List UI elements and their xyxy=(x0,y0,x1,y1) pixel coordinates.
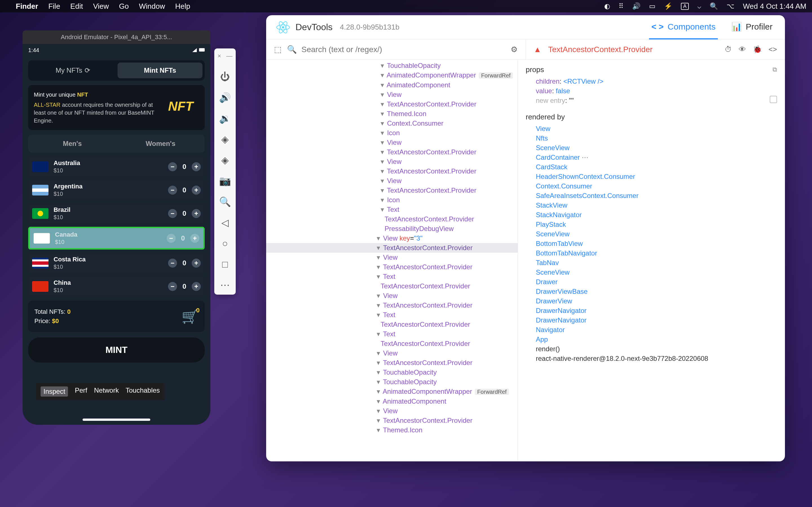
tab-womens[interactable]: Women's xyxy=(116,135,205,153)
rotate-left-icon[interactable]: ◈ xyxy=(219,133,231,145)
mint-button[interactable]: MINT xyxy=(28,337,205,362)
decrement-button[interactable]: − xyxy=(168,259,177,268)
inspector-tab-touchables[interactable]: Touchables xyxy=(125,386,160,397)
rendered-by-item[interactable]: BottomTabView xyxy=(526,239,777,248)
rendered-by-item[interactable]: StackView xyxy=(526,201,777,210)
bottom-tab-icon[interactable] xyxy=(39,400,55,416)
rendered-by-item[interactable]: Navigator xyxy=(526,325,777,335)
minimize-icon[interactable]: — xyxy=(226,52,232,60)
tree-node[interactable]: ▾ Themed.Icon xyxy=(266,109,518,119)
tree-node[interactable]: ▾ View xyxy=(266,138,518,147)
rendered-by-item[interactable]: CardContainer ⋯ xyxy=(526,153,777,162)
bottom-tab-icon[interactable] xyxy=(108,400,124,416)
tree-node[interactable]: ▾ View key="3" xyxy=(266,233,518,243)
copy-icon[interactable]: ⧉ xyxy=(772,65,777,74)
tree-node[interactable]: ▾ TextAncestorContext.Provider xyxy=(266,358,518,368)
tree-node[interactable]: ▾ TextAncestorContext.Provider xyxy=(266,243,518,252)
inspector-tab-perf[interactable]: Perf xyxy=(75,386,87,397)
bug-icon[interactable]: 🐞 xyxy=(753,45,762,54)
decrement-button[interactable]: − xyxy=(168,282,177,291)
power-icon[interactable]: ⏻ xyxy=(219,71,231,82)
rendered-by-item[interactable]: Nfts xyxy=(526,133,777,143)
rendered-by-item[interactable]: TabNav xyxy=(526,258,777,268)
tree-node[interactable]: ▾ Icon xyxy=(266,195,518,205)
rotate-right-icon[interactable]: ◈ xyxy=(219,154,231,166)
rendered-by-item[interactable]: Context.Consumer xyxy=(526,181,777,191)
battery-icon[interactable]: ⚡ xyxy=(664,2,672,10)
tree-node[interactable]: ▾ Icon xyxy=(266,128,518,138)
tree-node[interactable]: ▾ TouchableOpacity xyxy=(266,377,518,387)
tree-node[interactable]: ▾ AnimatedComponentWrapperForwardRef xyxy=(266,70,518,80)
country-row[interactable]: Canada$10 −0+ xyxy=(28,227,205,249)
tree-node[interactable]: ▾ Text xyxy=(266,205,518,214)
menu-edit[interactable]: Edit xyxy=(70,2,83,11)
tree-node[interactable]: ▾ Text xyxy=(266,329,518,339)
tree-node[interactable]: ▾ TextAncestorContext.Provider xyxy=(266,300,518,310)
eye-icon[interactable]: 👁 xyxy=(739,45,746,54)
rendered-by-item[interactable]: SafeAreaInsetsContext.Consumer xyxy=(526,191,777,201)
display-icon[interactable]: ▭ xyxy=(649,2,656,10)
settings-icon[interactable]: ⚙ xyxy=(511,45,518,54)
rendered-by-item[interactable]: App xyxy=(526,335,777,344)
tree-node[interactable]: TextAncestorContext.Provider xyxy=(266,281,518,291)
rendered-by-item[interactable]: PlayStack xyxy=(526,220,777,229)
bottom-tab-icon[interactable] xyxy=(143,400,160,416)
menubar-app[interactable]: Finder xyxy=(16,2,38,11)
country-row[interactable]: Argentina$10 −0+ xyxy=(28,180,205,200)
wifi-icon[interactable]: ⌵ xyxy=(697,2,701,10)
tab-my-nfts[interactable]: My NFTs⟳ xyxy=(31,62,115,78)
increment-button[interactable]: + xyxy=(192,162,201,171)
camera-icon[interactable]: 📷 xyxy=(219,175,231,186)
tree-node[interactable]: ▾ Themed.Icon xyxy=(266,425,518,435)
increment-button[interactable]: + xyxy=(192,209,201,218)
increment-button[interactable]: + xyxy=(192,282,201,291)
decrement-button[interactable]: − xyxy=(168,209,177,218)
rendered-by-item[interactable]: Drawer xyxy=(526,277,777,287)
tree-node[interactable]: ▾ TextAncestorContext.Provider xyxy=(266,186,518,195)
more-icon[interactable]: ⋯ xyxy=(219,279,231,291)
stopwatch-icon[interactable]: ⏱ xyxy=(725,45,732,54)
tree-node[interactable]: PressabilityDebugView xyxy=(266,224,518,233)
increment-button[interactable]: + xyxy=(190,234,199,243)
rendered-by-item[interactable]: DrawerViewBase xyxy=(526,287,777,296)
tree-node[interactable]: ▾ View xyxy=(266,176,518,186)
zoom-icon[interactable]: 🔍 xyxy=(219,196,231,207)
tree-node[interactable]: ▾ TextAncestorContext.Provider xyxy=(266,100,518,109)
volume-down-icon[interactable]: 🔉 xyxy=(219,113,231,124)
increment-button[interactable]: + xyxy=(192,186,201,194)
select-element-icon[interactable]: ⬚ xyxy=(274,45,282,54)
component-tree[interactable]: ▾ TouchableOpacity▾ AnimatedComponentWra… xyxy=(266,60,518,461)
tree-node[interactable]: ▾ View xyxy=(266,291,518,300)
inspector-tab-network[interactable]: Network xyxy=(94,386,119,397)
menu-file[interactable]: File xyxy=(48,2,60,11)
tree-node[interactable]: ▾ Text xyxy=(266,310,518,320)
menu-view[interactable]: View xyxy=(93,2,109,11)
rendered-by-item[interactable]: StackNavigator xyxy=(526,210,777,220)
tree-node[interactable]: ▾ View xyxy=(266,348,518,358)
menu-help[interactable]: Help xyxy=(175,2,190,11)
country-row[interactable]: Costa Rica$10 −0+ xyxy=(28,253,205,273)
tree-node[interactable]: ▾ TouchableOpacity xyxy=(266,368,518,377)
inspector-tab-inspect[interactable]: Inspect xyxy=(41,386,68,397)
volume-up-icon[interactable]: 🔊 xyxy=(219,92,231,103)
tree-node[interactable]: ▾ TextAncestorContext.Provider xyxy=(266,147,518,157)
close-icon[interactable]: × xyxy=(218,52,221,60)
menu-window[interactable]: Window xyxy=(139,2,165,11)
rendered-by-item[interactable]: BottomTabNavigator xyxy=(526,248,777,258)
decrement-button[interactable]: − xyxy=(168,186,177,194)
status-icon[interactable]: ◐ xyxy=(604,2,610,10)
home-icon[interactable]: ○ xyxy=(219,238,231,249)
tree-node[interactable]: ▾ AnimatedComponent xyxy=(266,397,518,406)
increment-button[interactable]: + xyxy=(192,259,201,268)
menu-go[interactable]: Go xyxy=(119,2,129,11)
code-icon[interactable]: <> xyxy=(769,45,777,54)
tree-node[interactable]: ▾ TouchableOpacity xyxy=(266,61,518,70)
volume-icon[interactable]: 🔊 xyxy=(632,2,641,10)
rendered-by-item[interactable]: DrawerNavigator xyxy=(526,306,777,316)
new-entry-label[interactable]: new entry xyxy=(536,97,565,104)
rendered-by-item[interactable]: DrawerView xyxy=(526,296,777,306)
menubar-clock[interactable]: Wed 4 Oct 1:44 AM xyxy=(743,2,806,11)
control-center-icon[interactable]: ⌥ xyxy=(726,2,734,10)
tab-mens[interactable]: Men's xyxy=(28,135,116,153)
tree-node[interactable]: TextAncestorContext.Provider xyxy=(266,339,518,348)
